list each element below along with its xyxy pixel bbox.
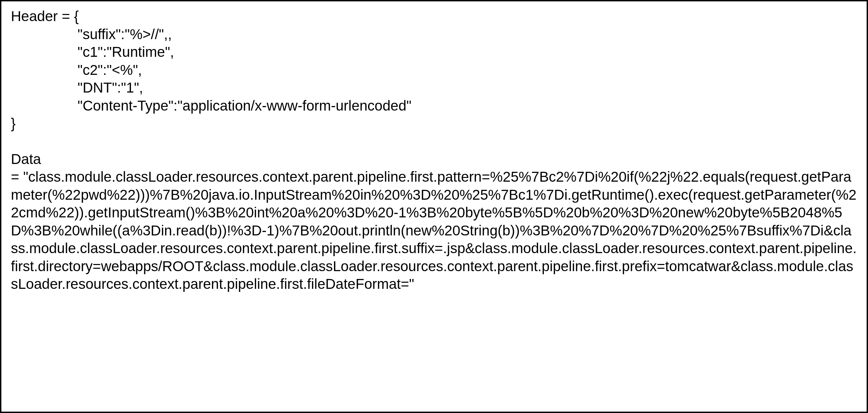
data-body: = "class.module.classLoader.resources.co… <box>11 168 857 293</box>
data-label: Data <box>11 150 857 168</box>
header-line-c1: "c1":"Runtime", <box>78 43 857 61</box>
header-close-line: } <box>11 115 857 133</box>
header-line-c2: "c2":"<%", <box>78 61 857 79</box>
header-line-suffix: "suffix":"%>//",, <box>78 26 857 44</box>
blank-gap <box>11 133 857 150</box>
header-line-content-type: "Content-Type":"application/x-www-form-u… <box>78 97 857 115</box>
header-body: "suffix":"%>//",, "c1":"Runtime", "c2":"… <box>11 26 857 115</box>
header-open-line: Header = { <box>11 7 857 26</box>
header-line-dnt: "DNT":"1", <box>78 79 857 97</box>
code-snippet-frame: Header = { "suffix":"%>//",, "c1":"Runti… <box>0 0 868 413</box>
